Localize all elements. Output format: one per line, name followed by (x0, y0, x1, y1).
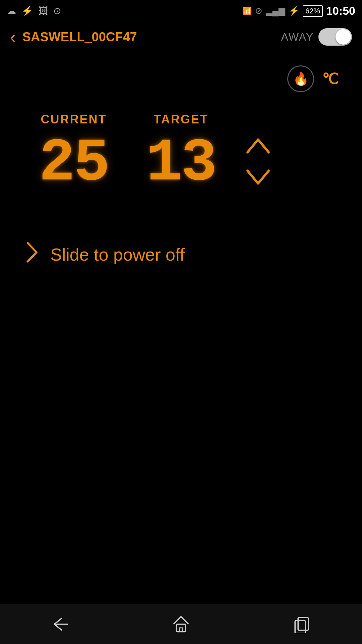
celsius-unit: ℃ (322, 70, 339, 88)
usb-icon: ⚡ (21, 5, 33, 16)
wifi-x-icon: ⊘ (255, 6, 262, 16)
svg-rect-3 (298, 618, 308, 630)
temp-values-row: 25 13 (17, 133, 345, 194)
home-nav-icon (172, 615, 190, 633)
back-icon: ‹ (10, 28, 16, 46)
icon-row: 🔥 ℃ (17, 65, 345, 92)
temp-labels-row: CURRENT TARGET (17, 112, 345, 126)
current-temperature: 25 (17, 133, 131, 194)
back-nav-icon (51, 615, 69, 633)
system-back-button[interactable] (44, 611, 77, 638)
flame-icon: 🔥 (293, 71, 309, 86)
flame-button[interactable]: 🔥 (287, 65, 314, 92)
nav-bar: ‹ SASWELL_00CF47 AWAY (0, 22, 362, 52)
recent-nav-icon (293, 615, 311, 633)
status-bar-right: 📶 ⊘ ▂▄▆ ⚡ 62% 10:50 (243, 4, 355, 17)
current-label: CURRENT (17, 112, 131, 126)
battery-percent: 62% (305, 7, 320, 15)
device-name: SASWELL_00CF47 (22, 30, 281, 44)
main-content: 🔥 ℃ CURRENT TARGET 25 13 (0, 52, 362, 282)
target-label: TARGET (131, 112, 231, 126)
system-recent-button[interactable] (285, 611, 318, 638)
away-toggle[interactable] (318, 28, 352, 46)
arrow-controls (245, 136, 272, 191)
status-bar-left: ☁ ⚡ 🖼 ⊙ (7, 5, 61, 16)
slide-section[interactable]: Slide to power off (17, 240, 345, 269)
status-bar: ☁ ⚡ 🖼 ⊙ 📶 ⊘ ▂▄▆ ⚡ 62% 10:50 (0, 0, 362, 22)
battery-indicator: 62% (303, 5, 323, 17)
clock-display: 10:50 (326, 4, 355, 17)
target-temperature: 13 (131, 133, 231, 194)
away-label: AWAY (281, 31, 314, 43)
charging-icon: ⚡ (289, 6, 299, 16)
temp-up-button[interactable] (245, 136, 272, 160)
temp-down-button[interactable] (245, 167, 272, 191)
image-icon: 🖼 (39, 5, 48, 16)
sim-icon: 📶 (243, 7, 252, 15)
android-icon: ⊙ (53, 5, 61, 16)
signal-icon: ▂▄▆ (266, 6, 285, 16)
away-section: AWAY (281, 28, 352, 46)
toggle-knob (336, 29, 351, 45)
slide-text: Slide to power off (50, 245, 185, 265)
bottom-nav (0, 604, 362, 644)
system-home-button[interactable] (164, 611, 198, 638)
svg-rect-4 (295, 621, 305, 633)
slide-chevron-icon (23, 240, 40, 269)
cloud-icon: ☁ (7, 5, 16, 16)
back-button[interactable]: ‹ (10, 29, 16, 45)
